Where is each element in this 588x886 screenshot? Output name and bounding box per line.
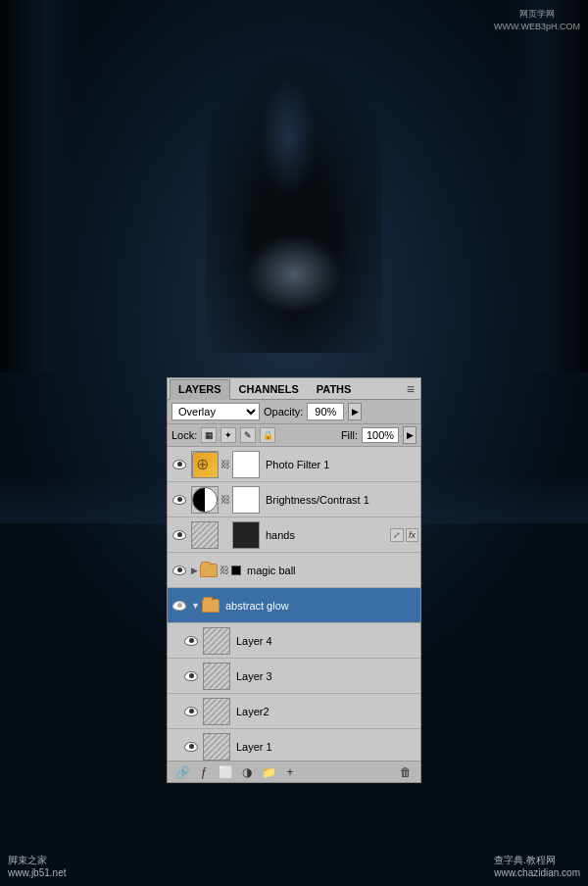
visibility-toggle[interactable] — [181, 694, 201, 729]
visibility-toggle[interactable] — [170, 761, 189, 762]
tab-paths[interactable]: PATHS — [308, 378, 361, 399]
layer-name: abstract glow — [221, 600, 418, 612]
visibility-toggle[interactable] — [170, 588, 189, 623]
layer-row[interactable]: Layer2 — [168, 694, 420, 729]
opacity-label: Opacity: — [264, 406, 303, 418]
folder-icon — [202, 599, 220, 613]
chain-icon: ⛓ — [220, 565, 229, 575]
layer-mask-thumbnail — [232, 486, 260, 514]
new-group-button[interactable]: 📁 — [258, 763, 279, 782]
visibility-toggle[interactable] — [181, 659, 201, 694]
fx-badge: fx — [406, 528, 418, 542]
layer-row[interactable]: ▼ abstract glow — [168, 588, 420, 623]
add-mask-button[interactable]: ⬜ — [215, 763, 236, 782]
visibility-toggle[interactable] — [181, 623, 201, 659]
lock-label: Lock: — [172, 429, 197, 441]
lock-fill-row: Lock: ▦ ✦ ✎ 🔒 Fill: ▶ — [168, 424, 420, 447]
layer-row[interactable]: ⛓ Photo Filter 1 — [168, 447, 420, 482]
layer-row[interactable]: Layer 1 — [168, 729, 420, 761]
fill-input[interactable] — [362, 427, 399, 443]
fill-label: Fill: — [341, 429, 358, 441]
chain-icon: ⛓ — [220, 459, 230, 469]
layer-mask-thumbnail — [232, 451, 260, 478]
panel-tabs: LAYERS CHANNELS PATHS ≡ — [168, 378, 420, 400]
lock-checkerboard-icon[interactable]: ▦ — [201, 427, 217, 443]
fill-arrow[interactable]: ▶ — [403, 426, 416, 444]
link-layers-button[interactable]: 🔗 — [172, 763, 193, 782]
tab-channels[interactable]: CHANNELS — [230, 378, 308, 399]
layer-thumbnail — [191, 486, 219, 514]
layer-name: magic ball — [243, 565, 418, 576]
lock-move-icon[interactable]: ✦ — [220, 427, 236, 443]
panel-menu-icon[interactable]: ≡ — [403, 381, 418, 397]
panel-bottom-toolbar: 🔗 ƒ ⬜ ◑ 📁 + 🗑 — [168, 761, 420, 782]
layer-thumbnail — [203, 698, 230, 725]
visibility-toggle[interactable] — [170, 447, 189, 482]
expand-arrow[interactable]: ▶ — [189, 566, 200, 575]
layer-row[interactable]: ▶ ⛓ magic ball — [168, 553, 420, 588]
watermark-bottom-left: 脚束之家 www.jb51.net — [8, 854, 66, 878]
chain-icon: ⛓ — [220, 494, 230, 505]
visibility-toggle[interactable] — [170, 517, 189, 553]
blend-mode-select[interactable]: Overlay Normal Multiply Screen — [172, 403, 260, 420]
add-style-button[interactable]: ƒ — [193, 763, 215, 782]
black-square-icon — [231, 566, 241, 575]
layer-thumbnail — [191, 451, 219, 478]
layer-name: Layer 4 — [232, 635, 418, 647]
lock-brush-icon[interactable]: ✎ — [240, 427, 256, 443]
layer-name: Photo Filter 1 — [262, 459, 418, 470]
layer-row[interactable]: ⛓ Brightness/Contrast 1 — [168, 482, 420, 517]
visibility-toggle[interactable] — [170, 553, 189, 588]
watermark-bottom-right: 查字典.教程网 www.chazidian.com — [494, 854, 580, 878]
lock-all-icon[interactable]: 🔒 — [260, 427, 275, 443]
layer-name: Layer2 — [232, 706, 418, 717]
expand-arrow[interactable]: ▼ — [189, 601, 202, 611]
layer-thumbnail — [203, 733, 230, 761]
layer-row[interactable]: Layer 3 — [168, 659, 420, 694]
layer-row[interactable]: hands ⤢ fx — [168, 517, 420, 553]
layer-thumbnail — [203, 627, 230, 655]
layer-name: Layer 1 — [232, 741, 418, 753]
layer-name: Layer 3 — [232, 670, 418, 682]
visibility-toggle[interactable] — [170, 482, 189, 517]
blend-opacity-row: Overlay Normal Multiply Screen Opacity: … — [168, 400, 420, 424]
tab-layers[interactable]: LAYERS — [170, 379, 230, 400]
delete-layer-button[interactable]: 🗑 — [395, 763, 416, 782]
new-layer-button[interactable]: + — [279, 763, 301, 782]
layers-list: ⛓ Photo Filter 1 ⛓ Brightness/Contrast 1 — [168, 447, 420, 761]
layer-thumbnail — [203, 663, 230, 690]
new-adjustment-button[interactable]: ◑ — [236, 763, 258, 782]
move-icon: ⤢ — [390, 528, 404, 542]
layer-name: Brightness/Contrast 1 — [262, 494, 418, 506]
watermark-top-right: 网页学网 WWW.WEB3pH.COM — [494, 8, 580, 32]
visibility-toggle[interactable] — [181, 729, 201, 762]
opacity-input[interactable] — [307, 403, 344, 420]
layer-row[interactable]: Layer 4 — [168, 623, 420, 659]
opacity-arrow[interactable]: ▶ — [348, 403, 362, 420]
layers-panel: LAYERS CHANNELS PATHS ≡ Overlay Normal M… — [167, 377, 421, 783]
layer-name: hands — [262, 529, 390, 541]
layer-thumbnail — [191, 521, 219, 549]
layer-mask-thumbnail — [232, 521, 260, 549]
folder-icon — [200, 564, 218, 577]
